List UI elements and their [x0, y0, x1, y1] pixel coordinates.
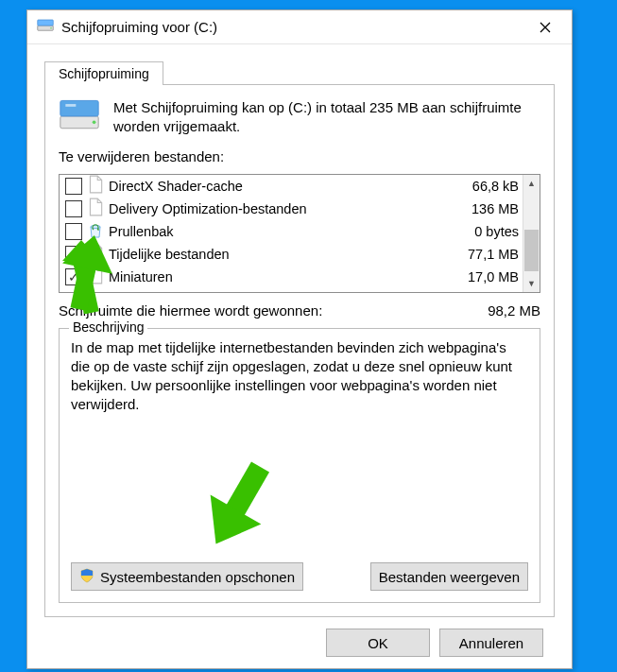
scroll-track[interactable]: [523, 192, 540, 275]
scroll-up-button[interactable]: ▲: [523, 175, 540, 192]
drive-icon: [59, 98, 100, 135]
file-row[interactable]: Delivery Optimization-bestanden136 MB: [60, 198, 523, 220]
description-group: Beschrijving In de map met tijdelijke in…: [59, 328, 540, 604]
file-name: Prullenbak: [109, 224, 469, 239]
gained-value: 98,2 MB: [488, 302, 540, 319]
ok-button[interactable]: OK: [326, 629, 430, 657]
ok-label: OK: [368, 635, 388, 651]
drive-icon: [37, 19, 54, 35]
view-files-label: Bestanden weergeven: [379, 569, 520, 585]
file-name: Miniaturen: [109, 269, 462, 284]
svg-point-2: [50, 27, 52, 29]
file-icon: [88, 175, 103, 197]
scroll-down-button[interactable]: ▼: [523, 275, 540, 292]
file-row[interactable]: DirectX Shader-cache66,8 kB: [60, 175, 523, 198]
gained-label: Schijfruimte die hiermee wordt gewonnen:: [59, 302, 488, 319]
close-button[interactable]: [526, 14, 564, 41]
file-row[interactable]: Miniaturen17,0 MB: [60, 266, 523, 288]
tab-strip: Schijfopruiming: [44, 58, 555, 84]
clean-system-files-button[interactable]: Systeembestanden opschonen: [71, 562, 303, 591]
file-size: 136 MB: [471, 201, 523, 216]
file-checkbox[interactable]: [65, 223, 82, 240]
svg-rect-5: [65, 104, 76, 107]
file-checkbox[interactable]: [65, 200, 82, 217]
file-size: 66,8 kB: [472, 179, 523, 194]
file-checkbox[interactable]: [65, 178, 82, 195]
titlebar[interactable]: Schijfopruiming voor (C:): [27, 10, 572, 44]
scroll-thumb[interactable]: [524, 230, 539, 271]
files-label: Te verwijderen bestanden:: [59, 148, 540, 164]
scrollbar[interactable]: ▲ ▼: [523, 175, 540, 292]
file-size: 77,1 MB: [468, 247, 523, 262]
svg-point-6: [93, 121, 96, 125]
file-name: Delivery Optimization-bestanden: [109, 201, 466, 216]
file-size: 17,0 MB: [468, 269, 523, 284]
file-size: 0 bytes: [474, 224, 523, 239]
svg-rect-4: [60, 100, 98, 116]
file-icon: [88, 243, 103, 265]
file-checkbox[interactable]: [65, 268, 82, 285]
cancel-label: Annuleren: [459, 635, 523, 651]
summary-text: Met Schijfopruiming kan op (C:) in totaa…: [113, 98, 540, 137]
view-files-button[interactable]: Bestanden weergeven: [370, 562, 528, 591]
file-icon: [88, 198, 103, 219]
file-row[interactable]: Tijdelijke bestanden77,1 MB: [60, 243, 523, 266]
cancel-button[interactable]: Annuleren: [439, 629, 543, 657]
window-title: Schijfopruiming voor (C:): [61, 19, 217, 35]
description-legend: Beschrijving: [69, 319, 147, 335]
files-list: DirectX Shader-cache66,8 kBDelivery Opti…: [59, 174, 540, 293]
tab-schijfopruiming[interactable]: Schijfopruiming: [44, 61, 163, 85]
file-icon: [88, 266, 103, 287]
recycle-bin-icon: [88, 220, 103, 242]
shield-icon: [79, 568, 94, 586]
file-row[interactable]: Prullenbak0 bytes: [60, 220, 523, 243]
file-name: DirectX Shader-cache: [109, 179, 467, 194]
file-name: Tijdelijke bestanden: [109, 247, 462, 262]
clean-system-files-label: Systeembestanden opschonen: [100, 569, 295, 585]
svg-point-7: [91, 225, 100, 228]
description-text: In de map met tijdelijke internetbestand…: [71, 338, 528, 563]
svg-rect-1: [38, 20, 54, 26]
disk-cleanup-dialog: Schijfopruiming voor (C:) Schijfopruimin…: [26, 9, 573, 669]
file-checkbox[interactable]: [65, 246, 82, 263]
tab-content: Met Schijfopruiming kan op (C:) in totaa…: [44, 84, 555, 617]
